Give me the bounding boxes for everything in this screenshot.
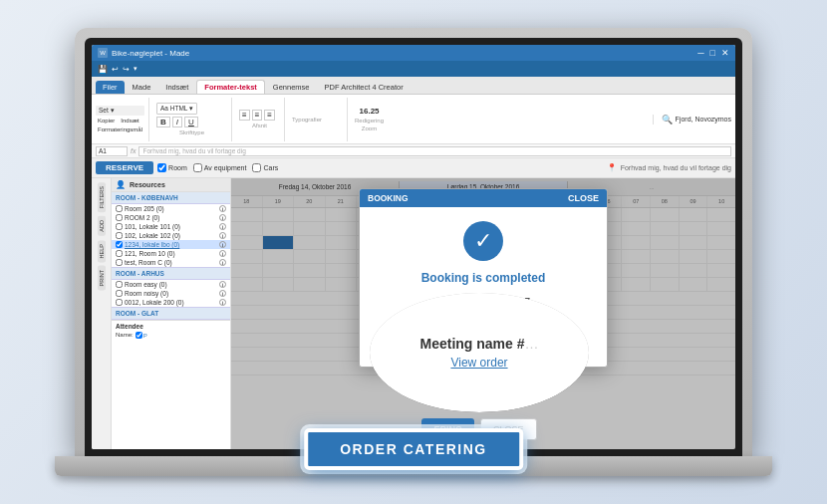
laptop-body: W Bike-nøgleplet - Made ─ □ ✕ 💾 ↩ — [55, 28, 772, 476]
close-btn[interactable]: ✕ — [721, 48, 729, 58]
item-checkbox[interactable] — [116, 259, 123, 266]
cars-checkbox-label[interactable]: Cars — [252, 163, 278, 172]
sidebar-item[interactable]: ROOM 2 (0) i — [112, 213, 230, 222]
kopier-btn[interactable]: Kopier — [96, 117, 117, 125]
item-info-icon[interactable]: i — [219, 281, 226, 288]
item-checkbox[interactable] — [116, 299, 123, 306]
item-info-icon[interactable]: i — [219, 241, 226, 248]
item-info-icon[interactable]: i — [219, 232, 226, 239]
item-info-icon[interactable]: i — [219, 259, 226, 266]
group-glat-title: ROOM - GLAT — [112, 307, 230, 320]
zoom-group: 16.25 Redigering Zoom — [351, 98, 388, 141]
sidebar-item-label: Room easy (0) — [125, 281, 217, 288]
room-checkbox-label[interactable]: Room — [157, 163, 187, 172]
sidebar-item[interactable]: Room noisy (0) i — [112, 289, 230, 298]
room-checkbox[interactable] — [157, 163, 166, 172]
font-underline-btn[interactable]: U — [184, 117, 198, 127]
print-btn[interactable]: PRINT — [98, 266, 106, 291]
item-info-icon[interactable]: i — [219, 214, 226, 221]
tab-gennemse[interactable]: Gennemse — [266, 81, 317, 94]
sidebar-item-label: ROOM 2 (0) — [125, 214, 217, 221]
sidebar-item-label: 101, Lokale 101 (0) — [125, 223, 217, 230]
sidebar-item-label: 102, Lokale 102 (0) — [125, 232, 217, 239]
sidebar-item-selected[interactable]: 1234, lokale lbo (0) i — [112, 240, 230, 249]
typografier-group: Typografier — [288, 98, 348, 141]
fx-label: fx — [131, 147, 136, 154]
align-center-btn[interactable]: ≡ — [252, 110, 263, 121]
item-checkbox[interactable] — [116, 250, 123, 257]
sidebar-item[interactable]: 0012, Lokale 200 (0) i — [112, 298, 230, 307]
ribbon-tabs-row: Filer Made Indsæt Formater-tekst Gennems… — [92, 77, 735, 95]
redigering-label: Redigering — [355, 118, 384, 124]
item-checkbox[interactable] — [116, 205, 123, 212]
tab-formater[interactable]: Formater-tekst — [196, 80, 265, 94]
item-info-icon[interactable]: i — [219, 299, 226, 306]
item-checkbox[interactable] — [116, 232, 123, 239]
undo-icon[interactable]: ↩ — [112, 65, 119, 74]
item-checkbox[interactable] — [116, 223, 123, 230]
reserve-button[interactable]: RESERVE — [96, 161, 153, 174]
zoom-indicator: 16.25 — [360, 107, 380, 116]
side-actions: FILTERS ADD HELP PRINT — [92, 178, 112, 449]
sidebar-item-label: Room noisy (0) — [125, 290, 217, 297]
set-btn[interactable]: Set ▾ — [96, 106, 144, 116]
filters-btn[interactable]: FILTERS — [98, 182, 106, 212]
sidebar-item[interactable]: 102, Lokale 102 (0) i — [112, 231, 230, 240]
afsnit-label: Afsnit — [239, 123, 280, 128]
item-info-icon[interactable]: i — [219, 223, 226, 230]
av-checkbox[interactable] — [193, 163, 202, 172]
attendee-section: Attendee Name: P — [112, 320, 230, 341]
align-left-btn[interactable]: ≡ — [239, 110, 250, 121]
item-checkbox[interactable] — [116, 281, 123, 288]
help-btn[interactable]: HELP — [98, 240, 106, 262]
order-catering-button[interactable]: ORDER CATERING — [304, 428, 523, 470]
skrifttype-group: Aa HTML ▾ B I U Skrifttype — [152, 98, 232, 141]
sidebar-item[interactable]: 121, Room 10 (0) i — [112, 249, 230, 258]
sidebar-item-label: Room 205 (0) — [125, 205, 217, 212]
tab-filer[interactable]: Filer — [96, 81, 125, 94]
attendee-checkbox-item[interactable]: P — [136, 332, 147, 339]
align-right-btn[interactable]: ≡ — [264, 110, 275, 121]
formateringsmal-btn[interactable]: Formateringsmål — [96, 126, 144, 133]
save-icon[interactable]: 💾 — [98, 65, 108, 74]
cell-reference-box[interactable]: A1 — [96, 146, 128, 156]
zoom-view-order[interactable]: View order — [450, 356, 507, 370]
item-info-icon[interactable]: i — [219, 250, 226, 257]
down-arrow-icon[interactable]: ▾ — [134, 65, 138, 73]
redo-icon[interactable]: ↪ — [123, 65, 130, 74]
sidebar-item[interactable]: Room easy (0) i — [112, 280, 230, 289]
modal-header: BOOKING CLOSE — [360, 189, 607, 207]
sidebar-item[interactable]: Room 205 (0) i — [112, 204, 230, 213]
item-info-icon[interactable]: i — [219, 205, 226, 212]
skrifttype-label: Skrifttype — [156, 129, 227, 135]
indsaet2-btn[interactable]: Indsæt — [119, 117, 140, 125]
item-info-icon[interactable]: i — [219, 290, 226, 297]
person-area: 🔍 Fjord, Novozymos — [653, 115, 731, 125]
item-checkbox[interactable] — [116, 290, 123, 297]
font-italic-btn[interactable]: I — [172, 117, 182, 127]
sidebar-item[interactable]: 101, Lokale 101 (0) i — [112, 222, 230, 231]
font-bold-btn[interactable]: B — [156, 117, 170, 127]
formula-input-box[interactable]: Forhvad mig, hvad du vil fortage dig — [138, 146, 731, 156]
tab-pdf[interactable]: PDF Architect 4 Creator — [318, 81, 411, 94]
cars-checkbox[interactable] — [252, 163, 261, 172]
av-checkbox-label[interactable]: Av equipment — [193, 163, 247, 172]
add-btn[interactable]: ADD — [98, 216, 106, 236]
maximize-btn[interactable]: □ — [710, 48, 715, 58]
font-name-dropdown[interactable]: Aa HTML ▾ — [156, 103, 197, 115]
modal-close-icon[interactable]: CLOSE — [568, 194, 599, 203]
zoom-circle: Meeting name #… View order — [370, 293, 589, 412]
item-checkbox[interactable] — [116, 241, 123, 248]
minimize-btn[interactable]: ─ — [697, 48, 703, 58]
item-checkbox[interactable] — [116, 214, 123, 221]
search-icon[interactable]: 🔍 — [662, 115, 673, 125]
attendee-checkbox[interactable] — [136, 332, 142, 339]
sidebar-item[interactable]: test, Room C (0) i — [112, 258, 230, 267]
tab-indsaet[interactable]: Indsæt — [158, 81, 195, 94]
afsnit-group: ≡ ≡ ≡ Afsnit — [235, 98, 285, 141]
location-icon: 📍 — [607, 163, 617, 172]
sidebar-item-label: test, Room C (0) — [125, 259, 217, 266]
tab-made[interactable]: Made — [126, 81, 158, 94]
attendee-item: Name: — [116, 332, 134, 339]
quick-access-bar: 💾 ↩ ↪ ▾ — [92, 61, 735, 77]
